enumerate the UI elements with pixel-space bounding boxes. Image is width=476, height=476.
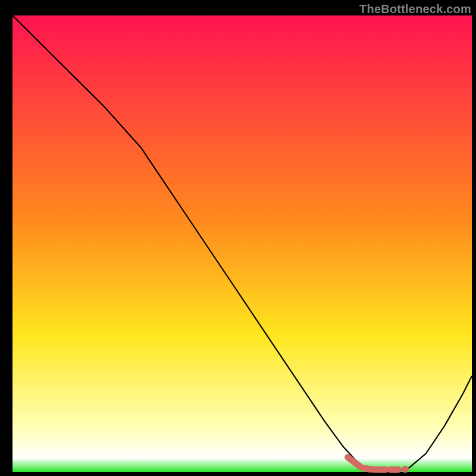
chart-stage: TheBottleneck.com [0,0,476,476]
chart-svg [0,0,476,476]
optimal-zone-dot [402,466,409,473]
watermark-text: TheBottleneck.com [359,2,471,16]
